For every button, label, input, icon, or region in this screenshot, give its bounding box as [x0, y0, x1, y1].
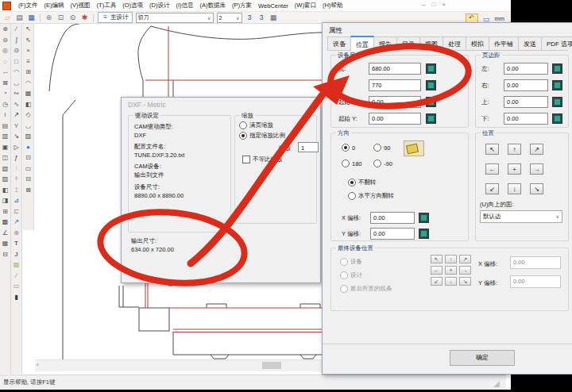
picture-icon[interactable]: ▨: [24, 131, 33, 142]
next-window-icon[interactable]: ◨: [1, 195, 10, 206]
standards-icon[interactable]: ⊡: [56, 13, 66, 22]
grid-icon[interactable]: ▦: [1, 238, 10, 249]
tab-位置[interactable]: 位置: [350, 36, 374, 51]
move-point-icon[interactable]: ↘: [12, 131, 21, 142]
group-icon[interactable]: ⊞: [24, 67, 33, 78]
menu-edit[interactable]: (E)编辑: [41, 2, 68, 10]
export-icon[interactable]: ▣: [1, 142, 10, 153]
scale-input[interactable]: 1: [298, 142, 319, 152]
final-top-left-button[interactable]: ↖: [431, 255, 443, 263]
scroll-left-icon[interactable]: ‹: [37, 361, 39, 368]
align-a-icon[interactable]: ↑: [12, 163, 21, 175]
pos-top-left-button[interactable]: ↖: [485, 144, 499, 155]
margin-top-calc-button[interactable]: [552, 97, 562, 107]
ok-button[interactable]: 确定: [450, 350, 515, 366]
branch-tool-icon[interactable]: Y: [12, 121, 21, 132]
zoom-out-icon[interactable]: ⊖: [1, 35, 10, 46]
final-mid-right-button[interactable]: →: [459, 266, 471, 275]
circle-tool-icon[interactable]: ⊙: [12, 45, 21, 56]
pos-bottom-center-button[interactable]: ↓: [508, 183, 521, 194]
height-calc-button[interactable]: [426, 80, 436, 90]
margin-left-input[interactable]: 0.00: [504, 63, 548, 75]
menu-design[interactable]: (D)设计: [146, 2, 172, 10]
text-tool-icon[interactable]: T: [12, 238, 21, 249]
width-calc-button[interactable]: [426, 63, 436, 74]
menu-file[interactable]: (F)文件: [15, 2, 41, 10]
align-c-icon[interactable]: ↥: [12, 185, 21, 196]
layers-icon[interactable]: ≡: [24, 56, 33, 67]
box3d-icon[interactable]: ◇: [24, 110, 33, 121]
final-x-offset-input[interactable]: 0.00: [510, 256, 561, 269]
final-top-right-button[interactable]: ↗: [459, 255, 471, 263]
copy-object-icon[interactable]: ⊡: [24, 152, 33, 163]
menu-tools[interactable]: (T)工具: [94, 2, 120, 10]
main-design-button[interactable]: ≡ 主设计: [98, 12, 133, 23]
menu-info[interactable]: (I)信息: [172, 2, 196, 10]
x-offset-input[interactable]: 0.00: [370, 212, 415, 224]
prev-window-icon[interactable]: ◧: [1, 185, 10, 196]
pos-bottom-left-button[interactable]: ↙: [485, 183, 499, 194]
final-device-radio[interactable]: 设备: [340, 258, 362, 266]
pos-top-center-button[interactable]: ↑: [508, 144, 521, 155]
zoom-region-icon[interactable]: ◎: [1, 45, 10, 56]
resize-grip[interactable]: [493, 381, 500, 387]
printer-small-icon[interactable]: ▥: [1, 131, 10, 142]
offset-tool-icon[interactable]: ↗: [12, 110, 21, 121]
pos-mid-right-button[interactable]: →: [530, 163, 543, 175]
y-offset-input[interactable]: 0.00: [370, 228, 415, 240]
menu-webcenter[interactable]: WebCenter: [255, 2, 292, 10]
counter-icon[interactable]: ⊠: [24, 185, 33, 196]
scrollbar-thumb[interactable]: [262, 362, 281, 369]
menu-project[interactable]: (P)方案: [229, 2, 255, 10]
menu-options[interactable]: (O)选项: [119, 2, 146, 10]
open-icon[interactable]: ▱: [2, 13, 13, 22]
start-y-input[interactable]: 0.00: [369, 113, 421, 125]
minimize-button[interactable]: –: [422, 1, 425, 8]
final-bottom-center-button[interactable]: ↓: [445, 277, 457, 286]
plot-icon[interactable]: ◫: [1, 152, 10, 163]
rotate-view-icon[interactable]: ◔: [1, 88, 10, 99]
line-weight-select[interactable]: 2∨: [217, 13, 242, 23]
close-button[interactable]: ×: [442, 1, 446, 8]
print-icon[interactable]: ▤: [14, 13, 25, 22]
menu-view[interactable]: (V)视图: [68, 2, 94, 10]
fx-tool-icon[interactable]: ƒ: [12, 152, 21, 163]
compass-tool-icon[interactable]: ⊕: [12, 228, 21, 239]
paste-object-icon[interactable]: ▭: [24, 163, 33, 175]
rotate-neg90-radio[interactable]: -90: [373, 159, 392, 167]
arc-tool-icon[interactable]: ◠: [12, 67, 21, 78]
final-design-radio[interactable]: 设计: [340, 271, 362, 279]
image-icon[interactable]: ▦: [24, 88, 33, 99]
pen-tool-icon[interactable]: ↗: [12, 217, 21, 228]
bezier-tool-icon[interactable]: ∾: [12, 88, 21, 99]
fill-swatch-icon[interactable]: ▩: [12, 259, 21, 271]
pos-top-right-button[interactable]: ↗: [530, 144, 543, 155]
final-center-button[interactable]: +: [445, 266, 457, 275]
no-flip-radio[interactable]: 不翻转: [348, 179, 377, 186]
sheet-icon[interactable]: ▧: [1, 163, 10, 175]
menu-database[interactable]: (A)数据库: [197, 2, 230, 10]
table-grid-icon[interactable]: ▦: [269, 13, 279, 22]
arc3-tool-icon[interactable]: ◡: [12, 78, 21, 89]
menu-window[interactable]: (W)窗口: [292, 2, 319, 10]
y-offset-calc-button[interactable]: [419, 229, 429, 239]
tab-设备[interactable]: 设备: [327, 37, 351, 50]
stack-icon[interactable]: ⊟: [24, 174, 33, 185]
final-y-offset-input[interactable]: 0.00: [510, 275, 561, 288]
mask-icon[interactable]: ◧: [24, 99, 33, 110]
delete-zoom-icon[interactable]: ⊠: [1, 78, 10, 89]
pos-mid-left-button[interactable]: ←: [485, 163, 499, 175]
final-last-line-radio[interactable]: 最后所置的线条: [340, 285, 392, 293]
rotate-180-radio[interactable]: 180: [342, 159, 362, 167]
tab-视图[interactable]: 视图: [419, 37, 443, 50]
non-uniform-scale-checkbox[interactable]: 不等比缩放: [242, 156, 283, 163]
pan-icon[interactable]: ↔: [1, 67, 10, 78]
tab-PDF 选项[interactable]: PDF 选项: [541, 37, 572, 50]
arc-edit-icon[interactable]: ◠: [24, 78, 33, 89]
arc2-edit-icon[interactable]: ◡: [24, 121, 33, 132]
margin-right-input[interactable]: 0.00: [504, 79, 548, 91]
zoom-fit-icon[interactable]: ◌: [1, 56, 10, 67]
margin-left-calc-button[interactable]: [552, 63, 562, 74]
dims-text-icon[interactable]: ▭: [12, 281, 21, 292]
margin-bottom-input[interactable]: 0.00: [504, 113, 548, 125]
